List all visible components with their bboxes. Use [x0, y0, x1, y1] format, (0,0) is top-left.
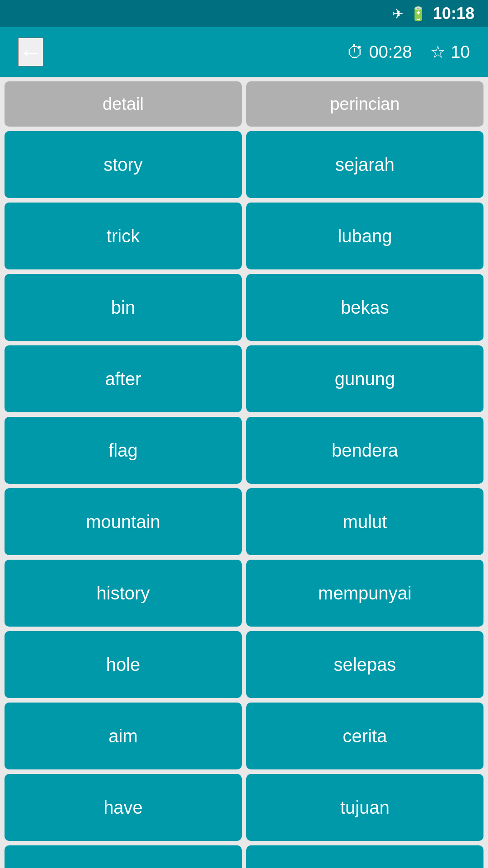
- left-word-card[interactable]: aim: [5, 703, 242, 769]
- left-word-card[interactable]: mouth: [5, 845, 242, 868]
- left-word-card[interactable]: mountain: [5, 488, 242, 555]
- right-word-card[interactable]: mulut: [246, 488, 483, 555]
- column-headers: detail perincian: [0, 77, 488, 127]
- left-word-card[interactable]: hole: [5, 631, 242, 698]
- left-word-card[interactable]: flag: [5, 417, 242, 484]
- right-word-card[interactable]: tujuan: [246, 774, 483, 841]
- timer-display: ⏱ 00:28: [347, 42, 412, 62]
- timer-value: 00:28: [369, 42, 412, 62]
- main-content: detail perincian storysejarahtricklubang…: [0, 77, 488, 868]
- back-button[interactable]: ←: [18, 38, 43, 66]
- score-value: 10: [451, 42, 470, 62]
- left-word-card[interactable]: story: [5, 131, 242, 198]
- left-word-card[interactable]: history: [5, 560, 242, 627]
- nav-bar: ← ⏱ 00:28 ☆ 10: [0, 27, 488, 77]
- status-time: 10:18: [433, 4, 474, 23]
- left-word-card[interactable]: after: [5, 345, 242, 412]
- word-grid: storysejarahtricklubangbinbekasaftergunu…: [0, 127, 488, 868]
- right-word-card[interactable]: cerita: [246, 703, 483, 769]
- star-icon: ☆: [430, 42, 446, 62]
- right-word-card[interactable]: gunung: [246, 345, 483, 412]
- right-word-card[interactable]: sejarah: [246, 131, 483, 198]
- battery-icon: 🔋: [410, 6, 427, 22]
- right-word-card[interactable]: penipuan: [246, 845, 483, 868]
- timer-icon: ⏱: [347, 42, 364, 62]
- left-column-header: detail: [5, 81, 242, 127]
- status-bar: ✈ 🔋 10:18: [0, 0, 488, 27]
- left-word-card[interactable]: trick: [5, 203, 242, 269]
- right-word-card[interactable]: lubang: [246, 203, 483, 269]
- airplane-icon: ✈: [392, 6, 404, 22]
- right-word-card[interactable]: bekas: [246, 274, 483, 341]
- right-word-card[interactable]: mempunyai: [246, 560, 483, 627]
- right-word-card[interactable]: bendera: [246, 417, 483, 484]
- nav-center: ⏱ 00:28 ☆ 10: [347, 42, 470, 62]
- left-word-card[interactable]: bin: [5, 274, 242, 341]
- right-column-header: perincian: [246, 81, 483, 127]
- left-word-card[interactable]: have: [5, 774, 242, 841]
- right-word-card[interactable]: selepas: [246, 631, 483, 698]
- status-icons: ✈ 🔋 10:18: [392, 4, 474, 23]
- score-display: ☆ 10: [430, 42, 470, 62]
